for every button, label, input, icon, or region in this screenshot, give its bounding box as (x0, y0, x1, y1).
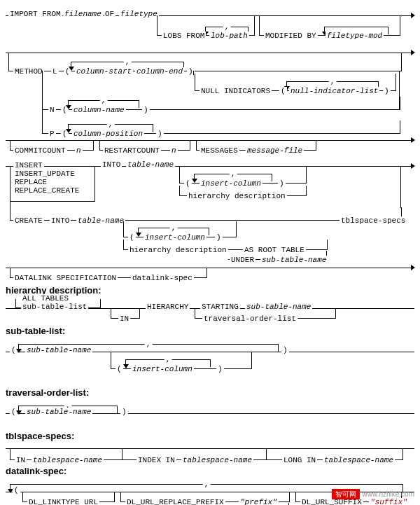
branch-messages: MESSAGES message-file (196, 140, 316, 151)
frag-chd: hierarchy description (128, 246, 228, 254)
tag-L: L (51, 67, 59, 76)
conn-create-r (400, 166, 401, 208)
arrow (192, 179, 197, 183)
mode-insert: INSERT (13, 161, 44, 170)
conn-create (10, 166, 10, 208)
frag-dlspec: datalink-spec (131, 274, 194, 282)
kw-hier: HIERARCHY (146, 303, 190, 311)
sep-lob: , (223, 22, 231, 31)
branch-lobs-from: , LOBS FROM lob-path (157, 15, 255, 36)
var-lob-path: lob-path (209, 32, 249, 40)
connector-N (42, 71, 43, 97)
arrow (66, 129, 71, 133)
branch-stl-ic: , ( insert-column ) (111, 352, 252, 369)
title-dspec: datalink-spec: (6, 466, 414, 476)
branch-create-ic: , ( insert-column ) (123, 221, 237, 237)
kw-into: INTO (101, 160, 122, 169)
kw-in: IN (118, 314, 130, 323)
var-colpos: column-position (72, 130, 144, 138)
sep-L: , (124, 57, 132, 66)
branch-P: P ( , column-position ) (42, 120, 400, 134)
mode-replace: REPLACE (13, 178, 48, 186)
rp: ) (383, 87, 391, 95)
sepv2 (266, 448, 267, 459)
branch-dl-lt: DL_LINKTYPE URL (22, 492, 115, 502)
rail-modes: INSERT INSERT_UPDATE REPLACE REPLACE_CRE… (6, 166, 414, 244)
var-msgfile: message-file (246, 146, 304, 155)
branch-commit: COMMITCOUNT n (10, 140, 94, 151)
frag-hdesc: hierarchy description (187, 192, 287, 200)
branch-tol: traversal-order-list (195, 308, 336, 319)
lp: ( (13, 486, 20, 494)
branch-mode-stack: INSERT INSERT_UPDATE REPLACE REPLACE_CRE… (10, 166, 95, 202)
watermark-tag: 智可网 (332, 489, 360, 499)
frag-tol: traversal-order-list (202, 314, 298, 323)
title-tol: traversal-order-list: (6, 387, 414, 398)
rail-stl: ( , sub-table-name , ( insert-column ) ) (6, 352, 414, 380)
kw-into-c: INTO (50, 216, 71, 225)
rail-tol: ( , sub-table-name ) (6, 413, 414, 424)
sep-stl: , (145, 340, 153, 348)
var-filetype: filetype (119, 10, 159, 18)
sep-null: , (329, 77, 337, 85)
arrow (136, 233, 141, 237)
var-n1: n (75, 146, 83, 155)
watermark-url: www.hzhike.com (360, 490, 414, 498)
sep-N: , (100, 96, 108, 104)
mode-insup: INSERT_UPDATE (13, 170, 76, 178)
connector-P (42, 109, 43, 121)
var-ts3: tablespace-name (323, 456, 395, 464)
arrow (66, 105, 71, 109)
branch-insertcols: , ( insert-column ) (179, 166, 307, 184)
rp: ) (120, 408, 128, 416)
sepv1 (122, 448, 122, 459)
branch-method: METHOD L ( , column-start column-end ) (8, 53, 402, 71)
branch-datalink: DATALINK SPECIFICATION datalink-spec (10, 268, 207, 278)
tag-P: P (48, 130, 56, 138)
rp: ) (142, 106, 150, 114)
sep-dspec: , (203, 480, 211, 488)
var-filename: filename (63, 10, 103, 18)
connector-N-r (399, 71, 400, 110)
rail-counts: COMMITCOUNT n RESTARTCOUNT n MESSAGES me… (6, 140, 414, 151)
kw-null-ind: NULL INDICATORS (200, 87, 272, 95)
rp: ) (281, 346, 289, 354)
sep-ic: , (230, 170, 237, 178)
kw-restart: RESTARTCOUNT (103, 146, 161, 155)
branch-restart: RESTARTCOUNT n (99, 140, 190, 151)
branch-modified-by: MODIFIED BY filetype-mod (259, 15, 400, 36)
arrow (16, 349, 22, 353)
kw-method: METHOD (13, 67, 44, 76)
var-stl-ic: insert-column (131, 365, 194, 373)
watermark: 智可网www.hzhike.com (332, 490, 414, 499)
frag-tbs: tblspace-specs (340, 216, 407, 225)
branch-null-ind: , NULL INDICATORS ( null-indicator-list … (195, 74, 396, 91)
kw-modified-by: MODIFIED BY (264, 32, 318, 40)
kw-commit: COMMITCOUNT (13, 146, 67, 155)
var-stn: sub-table-name (25, 346, 92, 354)
branch-create-under: UNDER sub-table-name (228, 251, 327, 260)
var-n2: n (170, 146, 178, 155)
branch-create-hd: hierarchy description AS ROOT TABLE (123, 240, 328, 250)
var-tn-c: table-name (76, 216, 125, 225)
var-colend: column-end (135, 67, 184, 76)
rp: ) (216, 365, 224, 373)
var-ts1: tablespace-name (31, 456, 104, 464)
branch-N: N ( , column-name ) (42, 97, 400, 110)
sep-cic: , (170, 223, 178, 232)
kw-lobs-from: LOBS FROM (162, 32, 206, 40)
kw-of: OF (104, 10, 115, 18)
kw-import-from: IMPORT FROM (8, 10, 62, 18)
branch-create: CREATE INTO table-name tblspace-specs (10, 207, 402, 221)
arrow (69, 67, 74, 71)
var-tablename: table-name (126, 160, 175, 169)
title-stl: sub-table-list: (6, 326, 414, 336)
lp: ( (115, 365, 123, 373)
title-tbs: tblspace-specs: (6, 431, 414, 441)
var-colstart: column-start (75, 67, 133, 76)
connector-null (193, 71, 194, 75)
branch-hdesc: hierarchy description (179, 186, 307, 196)
sep-stl-ic: , (164, 355, 172, 364)
branch-in: IN (111, 308, 140, 319)
lp: ( (279, 87, 287, 95)
